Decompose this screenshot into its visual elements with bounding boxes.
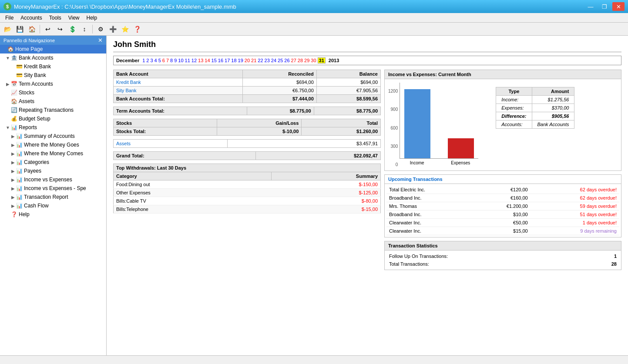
sidebar-item-summary[interactable]: ▶ 📊 Summary of Accounts (0, 132, 106, 140)
day-7[interactable]: 7 (166, 58, 169, 63)
upcoming-status: 51 days overdue! (531, 210, 619, 219)
day-28[interactable]: 28 (298, 58, 303, 63)
legend-expenses-row: Expenses: $370,00 (496, 104, 574, 112)
sidebar-item-help[interactable]: ❓ Help (0, 210, 106, 219)
day-8[interactable]: 8 (170, 58, 173, 63)
menu-view[interactable]: View (65, 14, 83, 22)
day-25[interactable]: 25 (278, 58, 283, 63)
day-23[interactable]: 23 (265, 58, 270, 63)
minimize-button[interactable]: — (584, 2, 597, 11)
sidebar-item-kredit-bank[interactable]: 💳 Kredit Bank (0, 62, 106, 71)
close-button[interactable]: ✕ (612, 2, 625, 11)
expand-icon: ▶ (10, 186, 16, 191)
tb-arrow[interactable]: ↕ (79, 24, 90, 34)
day-21[interactable]: 21 (251, 58, 256, 63)
table-row: Bills:Cable TV $-80,00 (114, 197, 381, 205)
day-30[interactable]: 30 (311, 58, 316, 63)
tb-forward[interactable]: ↪ (54, 24, 66, 34)
sidebar-item-label: Summary of Accounts (24, 133, 75, 139)
day-6[interactable]: 6 (162, 58, 165, 63)
tb-back[interactable]: ↩ (42, 24, 54, 34)
day-19[interactable]: 19 (238, 58, 243, 63)
menu-help[interactable]: Help (83, 14, 101, 22)
sidebar-item-term-accounts[interactable]: ▶ 📅 Term Accounts (0, 80, 106, 88)
sidebar-item-home[interactable]: 🏠 Home Page (0, 45, 106, 53)
day-12[interactable]: 12 (191, 58, 197, 63)
title-bar: $ MoneyManagerEx : C:\Users\ \Dropbox\Ap… (0, 0, 628, 13)
tb-dollar[interactable]: 💲 (67, 24, 78, 34)
day-10[interactable]: 10 (178, 58, 183, 63)
tb-separator2 (92, 25, 93, 33)
sidebar-close-button[interactable]: ✕ (98, 37, 103, 43)
upcoming-row: Broadband Inc. $10,00 51 days overdue! (386, 210, 619, 219)
sity-bank-link[interactable]: Sity Bank (116, 88, 136, 93)
tb-open[interactable]: 📂 (2, 24, 13, 34)
day-14[interactable]: 14 (205, 58, 210, 63)
assets-table: Assets $3.457,91 (113, 139, 381, 148)
day-26[interactable]: 26 (284, 58, 289, 63)
sidebar-item-repeating[interactable]: 🔄 Repeating Transactions (0, 106, 106, 114)
sidebar-item-stocks[interactable]: 📈 Stocks (0, 88, 106, 97)
day-9[interactable]: 9 (174, 58, 177, 63)
day-24[interactable]: 24 (271, 58, 276, 63)
tb-settings[interactable]: ⚙ (95, 24, 106, 34)
day-13[interactable]: 13 (198, 58, 203, 63)
day-1[interactable]: 1 (142, 58, 145, 63)
sidebar-item-reports[interactable]: ▼ 📊 Reports (0, 123, 106, 132)
y-label: 1200 (388, 89, 398, 94)
maximize-button[interactable]: ❐ (598, 2, 611, 11)
menu-tools[interactable]: Tools (46, 14, 65, 22)
day-15[interactable]: 15 (212, 58, 217, 63)
assets-link[interactable]: Assets (116, 141, 131, 146)
upcoming-amount: $10,00 (474, 210, 531, 219)
sidebar-item-budget[interactable]: 💰 Budget Setup (0, 114, 106, 123)
sidebar-item-label: Income vs Expenses - Spe (24, 185, 86, 191)
day-20[interactable]: 20 (245, 58, 250, 63)
sidebar-item-label: Cash Flow (24, 203, 49, 209)
day-29[interactable]: 29 (304, 58, 309, 63)
kredit-bank-link[interactable]: Kredit Bank (116, 80, 141, 85)
day-5[interactable]: 5 (158, 58, 161, 63)
day-31-today[interactable]: 31 (318, 57, 326, 63)
tb-favorite[interactable]: ⭐ (119, 24, 131, 34)
day-2[interactable]: 2 (146, 58, 149, 63)
day-18[interactable]: 18 (231, 58, 236, 63)
tb-help[interactable]: ❓ (131, 24, 143, 34)
sidebar-item-income-vs-exp2[interactable]: ▶ 📊 Income vs Expenses - Spe (0, 184, 106, 193)
stocks-gain-loss: $-10,00 (217, 127, 302, 136)
tb-save[interactable]: 💾 (14, 24, 25, 34)
day-16[interactable]: 16 (218, 58, 223, 63)
day-22[interactable]: 22 (258, 58, 263, 63)
day-4[interactable]: 4 (154, 58, 157, 63)
total-reconciled: $7.444,00 (242, 95, 316, 103)
sidebar-item-categories[interactable]: ▶ 📊 Categories (0, 158, 106, 167)
sidebar-item-transaction-report[interactable]: ▶ 📊 Transaction Report (0, 193, 106, 201)
day-27[interactable]: 27 (291, 58, 296, 63)
sidebar-item-income-vs-exp[interactable]: ▶ 📊 Income vs Expenses (0, 175, 106, 184)
sidebar-item-payees[interactable]: ▶ 📊 Payees (0, 167, 106, 175)
sidebar-item-where-comes[interactable]: ▶ 📊 Where the Money Comes (0, 149, 106, 158)
sidebar-item-assets[interactable]: 🏠 Assets (0, 97, 106, 106)
sidebar-item-where-goes[interactable]: ▶ 📊 Where the Money Goes (0, 140, 106, 149)
sidebar-item-label: Transaction Report (24, 194, 68, 200)
assets-label: Assets (114, 140, 228, 148)
menu-file[interactable]: File (2, 14, 17, 22)
day-3[interactable]: 3 (150, 58, 153, 63)
upcoming-row: Mrs. Thomas €1.200,00 59 days overdue! (386, 202, 619, 210)
table-row: Kredit Bank $694,00 $694,00 (114, 78, 381, 87)
tb-add[interactable]: ➕ (107, 24, 118, 34)
expand-icon: ▶ (10, 168, 16, 174)
sidebar-item-sity-bank[interactable]: 💳 Sity Bank (0, 71, 106, 80)
day-17[interactable]: 17 (225, 58, 230, 63)
bar-chart-area: 1200 900 600 300 0 (388, 83, 478, 167)
day-11[interactable]: 11 (185, 58, 190, 63)
sidebar-item-bank-accounts[interactable]: ▼ 🏦 Bank Accounts (0, 53, 106, 62)
sidebar-header: Pannello di Navigazione ✕ (0, 36, 106, 45)
menu-accounts[interactable]: Accounts (17, 14, 45, 22)
chart-container: 1200 900 600 300 0 (388, 83, 618, 167)
expand-icon: ▶ (10, 151, 16, 156)
transaction-report-icon: 📊 (16, 194, 23, 200)
tb-home[interactable]: 🏠 (26, 24, 37, 34)
sidebar-item-cashflow[interactable]: ▶ 📊 Cash Flow (0, 201, 106, 210)
upcoming-title-link[interactable]: Upcoming Transactions (388, 177, 443, 182)
